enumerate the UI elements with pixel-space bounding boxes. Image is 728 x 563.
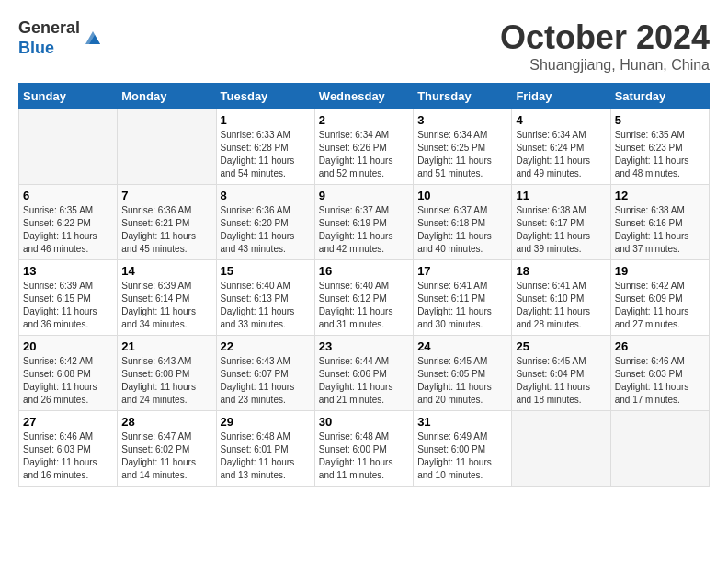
- day-number: 27: [23, 415, 113, 429]
- day-number: 29: [221, 415, 311, 429]
- day-number: 12: [615, 189, 705, 202]
- day-number: 19: [615, 264, 705, 278]
- calendar-table: SundayMondayTuesdayWednesdayThursdayFrid…: [18, 83, 710, 487]
- day-number: 9: [319, 189, 409, 202]
- day-info: Sunrise: 6:37 AM Sunset: 6:18 PM Dayligh…: [417, 204, 507, 256]
- weekday-header-wednesday: Wednesday: [314, 84, 413, 109]
- day-number: 15: [221, 264, 311, 278]
- calendar-cell: 2Sunrise: 6:34 AM Sunset: 6:26 PM Daylig…: [314, 109, 413, 185]
- calendar-cell: 10Sunrise: 6:37 AM Sunset: 6:18 PM Dayli…: [414, 185, 512, 260]
- day-info: Sunrise: 6:38 AM Sunset: 6:16 PM Dayligh…: [615, 204, 705, 256]
- calendar-cell: [118, 109, 216, 185]
- day-number: 30: [319, 415, 409, 429]
- day-number: 20: [23, 339, 113, 353]
- calendar-cell: 16Sunrise: 6:40 AM Sunset: 6:12 PM Dayli…: [314, 260, 413, 336]
- calendar-cell: 25Sunrise: 6:45 AM Sunset: 6:04 PM Dayli…: [512, 336, 610, 411]
- day-info: Sunrise: 6:38 AM Sunset: 6:17 PM Dayligh…: [516, 204, 606, 256]
- day-info: Sunrise: 6:46 AM Sunset: 6:03 PM Dayligh…: [615, 355, 705, 407]
- calendar-week-row: 6Sunrise: 6:35 AM Sunset: 6:22 PM Daylig…: [19, 185, 710, 260]
- calendar-cell: 29Sunrise: 6:48 AM Sunset: 6:01 PM Dayli…: [216, 411, 314, 487]
- calendar-cell: 23Sunrise: 6:44 AM Sunset: 6:06 PM Dayli…: [314, 336, 413, 411]
- day-info: Sunrise: 6:36 AM Sunset: 6:20 PM Dayligh…: [221, 204, 311, 256]
- day-number: 25: [516, 339, 606, 353]
- calendar-cell: 13Sunrise: 6:39 AM Sunset: 6:15 PM Dayli…: [19, 260, 118, 336]
- calendar-cell: [610, 411, 709, 487]
- day-number: 18: [516, 264, 606, 278]
- calendar-cell: 15Sunrise: 6:40 AM Sunset: 6:13 PM Dayli…: [216, 260, 314, 336]
- calendar-cell: 19Sunrise: 6:42 AM Sunset: 6:09 PM Dayli…: [610, 260, 709, 336]
- day-info: Sunrise: 6:34 AM Sunset: 6:24 PM Dayligh…: [516, 129, 606, 180]
- calendar-week-row: 1Sunrise: 6:33 AM Sunset: 6:28 PM Daylig…: [19, 109, 710, 185]
- day-number: 13: [23, 264, 113, 278]
- day-info: Sunrise: 6:45 AM Sunset: 6:05 PM Dayligh…: [417, 355, 507, 407]
- day-number: 31: [417, 415, 507, 429]
- calendar-cell: 9Sunrise: 6:37 AM Sunset: 6:19 PM Daylig…: [314, 185, 413, 260]
- day-number: 23: [319, 339, 409, 353]
- weekday-header-monday: Monday: [118, 84, 216, 109]
- page-header: General Blue October 2024 Shuangjiang, H…: [18, 18, 710, 74]
- day-info: Sunrise: 6:39 AM Sunset: 6:14 PM Dayligh…: [121, 280, 211, 331]
- day-info: Sunrise: 6:45 AM Sunset: 6:04 PM Dayligh…: [516, 355, 606, 407]
- location-title: Shuangjiang, Hunan, China: [500, 57, 710, 74]
- day-info: Sunrise: 6:48 AM Sunset: 6:00 PM Dayligh…: [319, 431, 409, 482]
- calendar-cell: 5Sunrise: 6:35 AM Sunset: 6:23 PM Daylig…: [610, 109, 709, 185]
- day-number: 16: [319, 264, 409, 278]
- logo: General Blue: [18, 18, 104, 58]
- day-info: Sunrise: 6:42 AM Sunset: 6:09 PM Dayligh…: [615, 280, 705, 331]
- calendar-cell: 27Sunrise: 6:46 AM Sunset: 6:03 PM Dayli…: [19, 411, 118, 487]
- day-info: Sunrise: 6:40 AM Sunset: 6:13 PM Dayligh…: [221, 280, 311, 331]
- day-info: Sunrise: 6:46 AM Sunset: 6:03 PM Dayligh…: [23, 431, 113, 482]
- calendar-cell: 28Sunrise: 6:47 AM Sunset: 6:02 PM Dayli…: [118, 411, 216, 487]
- day-number: 26: [615, 339, 705, 353]
- day-number: 3: [417, 113, 507, 127]
- day-info: Sunrise: 6:40 AM Sunset: 6:12 PM Dayligh…: [319, 280, 409, 331]
- calendar-cell: 17Sunrise: 6:41 AM Sunset: 6:11 PM Dayli…: [414, 260, 512, 336]
- day-number: 6: [23, 189, 113, 202]
- day-number: 8: [221, 189, 311, 202]
- weekday-header-thursday: Thursday: [414, 84, 512, 109]
- calendar-cell: 1Sunrise: 6:33 AM Sunset: 6:28 PM Daylig…: [216, 109, 314, 185]
- logo-general: General: [18, 18, 80, 37]
- calendar-cell: 30Sunrise: 6:48 AM Sunset: 6:00 PM Dayli…: [314, 411, 413, 487]
- day-info: Sunrise: 6:41 AM Sunset: 6:10 PM Dayligh…: [516, 280, 606, 331]
- day-info: Sunrise: 6:47 AM Sunset: 6:02 PM Dayligh…: [121, 431, 211, 482]
- day-info: Sunrise: 6:44 AM Sunset: 6:06 PM Dayligh…: [319, 355, 409, 407]
- day-info: Sunrise: 6:36 AM Sunset: 6:21 PM Dayligh…: [121, 204, 211, 256]
- day-info: Sunrise: 6:43 AM Sunset: 6:08 PM Dayligh…: [121, 355, 211, 407]
- day-number: 24: [417, 339, 507, 353]
- calendar-cell: 7Sunrise: 6:36 AM Sunset: 6:21 PM Daylig…: [118, 185, 216, 260]
- calendar-cell: [512, 411, 610, 487]
- day-info: Sunrise: 6:37 AM Sunset: 6:19 PM Dayligh…: [319, 204, 409, 256]
- day-number: 5: [615, 113, 705, 127]
- day-info: Sunrise: 6:43 AM Sunset: 6:07 PM Dayligh…: [221, 355, 311, 407]
- weekday-header-tuesday: Tuesday: [216, 84, 314, 109]
- calendar-cell: 4Sunrise: 6:34 AM Sunset: 6:24 PM Daylig…: [512, 109, 610, 185]
- day-number: 7: [121, 189, 211, 202]
- day-number: 2: [319, 113, 409, 127]
- calendar-cell: 8Sunrise: 6:36 AM Sunset: 6:20 PM Daylig…: [216, 185, 314, 260]
- day-number: 21: [121, 339, 211, 353]
- calendar-cell: 3Sunrise: 6:34 AM Sunset: 6:25 PM Daylig…: [414, 109, 512, 185]
- weekday-header-saturday: Saturday: [610, 84, 709, 109]
- day-info: Sunrise: 6:35 AM Sunset: 6:23 PM Dayligh…: [615, 129, 705, 180]
- day-number: 22: [221, 339, 311, 353]
- day-number: 28: [121, 415, 211, 429]
- day-info: Sunrise: 6:42 AM Sunset: 6:08 PM Dayligh…: [23, 355, 113, 407]
- calendar-cell: 22Sunrise: 6:43 AM Sunset: 6:07 PM Dayli…: [216, 336, 314, 411]
- calendar-cell: 21Sunrise: 6:43 AM Sunset: 6:08 PM Dayli…: [118, 336, 216, 411]
- calendar-week-row: 20Sunrise: 6:42 AM Sunset: 6:08 PM Dayli…: [19, 336, 710, 411]
- day-info: Sunrise: 6:48 AM Sunset: 6:01 PM Dayligh…: [221, 431, 311, 482]
- calendar-cell: 18Sunrise: 6:41 AM Sunset: 6:10 PM Dayli…: [512, 260, 610, 336]
- logo-blue: Blue: [18, 39, 54, 57]
- day-number: 14: [121, 264, 211, 278]
- calendar-cell: [19, 109, 118, 185]
- day-number: 1: [221, 113, 311, 127]
- day-info: Sunrise: 6:33 AM Sunset: 6:28 PM Dayligh…: [221, 129, 311, 180]
- weekday-header-row: SundayMondayTuesdayWednesdayThursdayFrid…: [19, 84, 710, 109]
- day-info: Sunrise: 6:41 AM Sunset: 6:11 PM Dayligh…: [417, 280, 507, 331]
- day-number: 10: [417, 189, 507, 202]
- calendar-week-row: 13Sunrise: 6:39 AM Sunset: 6:15 PM Dayli…: [19, 260, 710, 336]
- day-info: Sunrise: 6:35 AM Sunset: 6:22 PM Dayligh…: [23, 204, 113, 256]
- day-info: Sunrise: 6:49 AM Sunset: 6:00 PM Dayligh…: [417, 431, 507, 482]
- day-number: 11: [516, 189, 606, 202]
